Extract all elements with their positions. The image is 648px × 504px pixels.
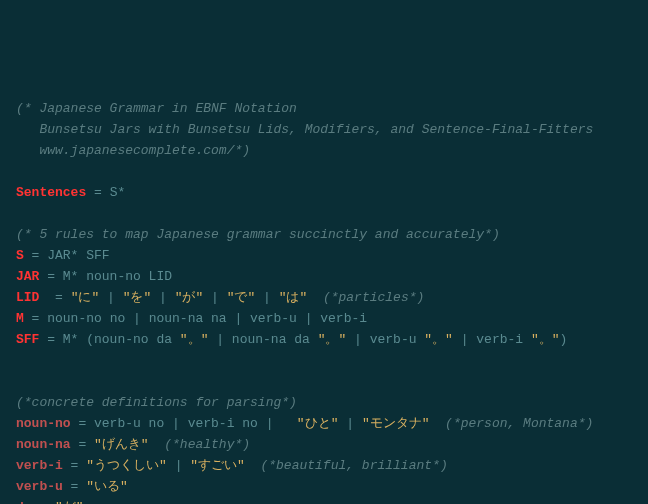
token-str: "が" (175, 290, 204, 305)
code-line: M = noun-no no | noun-na na | verb-u | v… (16, 308, 632, 329)
code-line: verb-u = "いる" (16, 476, 632, 497)
code-line: (* 5 rules to map Japanese grammar succi… (16, 224, 632, 245)
token-kw: S (16, 248, 24, 263)
token-id: noun-na (16, 437, 71, 452)
code-line (16, 350, 632, 371)
token-str: "を" (123, 290, 152, 305)
token-str: "。" (531, 332, 560, 347)
token-id: verb-u (16, 479, 63, 494)
code-line: (* Japanese Grammar in EBNF Notation (16, 98, 632, 119)
token-cmt: (*healthy*) (149, 437, 250, 452)
code-line (16, 371, 632, 392)
code-line: S = JAR* SFF (16, 245, 632, 266)
code-line: (*concrete definitions for parsing*) (16, 392, 632, 413)
code-line: noun-na = "げんき" (*healthy*) (16, 434, 632, 455)
token-id: noun-no (16, 416, 71, 431)
token-kw: M (16, 311, 24, 326)
token-str: "げんき" (94, 437, 149, 452)
token-op: = (63, 458, 86, 473)
token-op: | (99, 290, 122, 305)
token-cmt: www.japanesecomplete.com/*) (16, 143, 250, 158)
token-op: | (203, 290, 226, 305)
token-kw: Sentences (16, 185, 86, 200)
token-cmt: (*person, Montana*) (429, 416, 593, 431)
token-str: "いる" (86, 479, 128, 494)
token-cmt: (* 5 rules to map Japanese grammar succi… (16, 227, 500, 242)
token-op: = M* noun-no LID (39, 269, 172, 284)
token-kw: SFF (16, 332, 39, 347)
code-line (16, 161, 632, 182)
ebnf-code-block: (* Japanese Grammar in EBNF Notation Bun… (16, 98, 632, 504)
code-line: verb-i = "うつくしい" | "すごい" (*beautiful, br… (16, 455, 632, 476)
token-op: = M* (noun-no da (39, 332, 179, 347)
token-str: "は" (279, 290, 308, 305)
token-str: "モンタナ" (362, 416, 430, 431)
code-line: noun-no = verb-u no | verb-i no | "ひと" |… (16, 413, 632, 434)
token-cmt: (*particles*) (307, 290, 424, 305)
token-op: = (32, 500, 55, 504)
token-str: "。" (180, 332, 209, 347)
token-id: da (16, 500, 32, 504)
token-str: "だ" (55, 500, 84, 504)
token-op: | verb-i (453, 332, 531, 347)
code-line: da = "だ" (16, 497, 632, 504)
token-str: "すごい" (190, 458, 245, 473)
token-kw: LID (16, 290, 39, 305)
token-cmt: (*beautiful, brilliant*) (245, 458, 448, 473)
token-cmt: (*concrete definitions for parsing*) (16, 395, 297, 410)
code-line: JAR = M* noun-no LID (16, 266, 632, 287)
token-op: = verb-u no | verb-i no | (71, 416, 297, 431)
token-op: = (39, 290, 70, 305)
token-op: | (151, 290, 174, 305)
token-str: "で" (227, 290, 256, 305)
token-op: = noun-no no | noun-na na | verb-u | ver… (24, 311, 367, 326)
token-str: "に" (71, 290, 100, 305)
token-str: "。" (424, 332, 453, 347)
token-op: = (86, 185, 109, 200)
token-str: "うつくしい" (86, 458, 167, 473)
token-op: S* (110, 185, 126, 200)
token-cmt: (* Japanese Grammar in EBNF Notation (16, 101, 297, 116)
token-cmt: Bunsetsu Jars with Bunsetsu Lids, Modifi… (16, 122, 593, 137)
token-str: "。" (318, 332, 347, 347)
token-op: | verb-u (346, 332, 424, 347)
token-op: | (255, 290, 278, 305)
token-op: | (167, 458, 190, 473)
token-op: | (338, 416, 361, 431)
token-id: verb-i (16, 458, 63, 473)
token-op: = (71, 437, 94, 452)
code-line: Bunsetsu Jars with Bunsetsu Lids, Modifi… (16, 119, 632, 140)
token-op: | noun-na da (208, 332, 317, 347)
code-line: Sentences = S* (16, 182, 632, 203)
token-kw: JAR (16, 269, 39, 284)
code-line (16, 203, 632, 224)
code-line: www.japanesecomplete.com/*) (16, 140, 632, 161)
token-op: ) (560, 332, 568, 347)
token-op: = (63, 479, 86, 494)
code-line: LID = "に" | "を" | "が" | "で" | "は" (*part… (16, 287, 632, 308)
code-line: SFF = M* (noun-no da "。" | noun-na da "。… (16, 329, 632, 350)
token-op: = JAR* SFF (24, 248, 110, 263)
token-str: "ひと" (297, 416, 339, 431)
